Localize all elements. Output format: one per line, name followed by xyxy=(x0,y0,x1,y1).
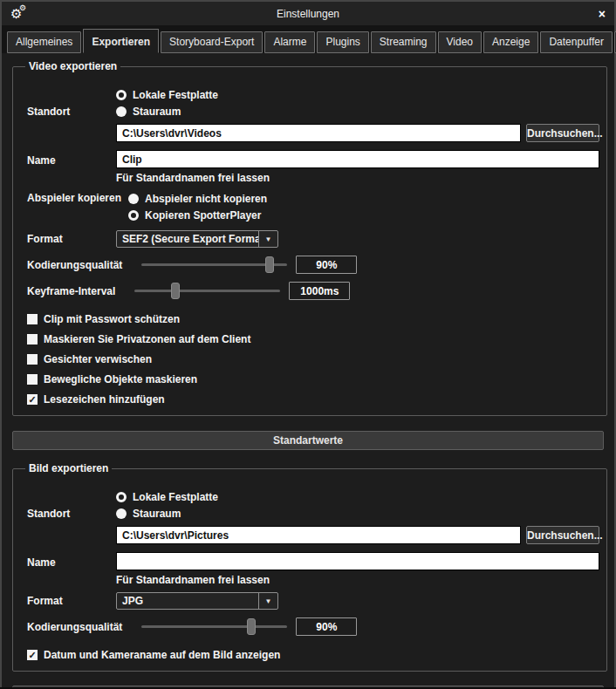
checkbox-lesezeichen[interactable]: ✓ Lesezeichen hinzufügen xyxy=(27,392,599,406)
checkbox-clip-passwort[interactable]: ✓ Clip mit Passwort schützen xyxy=(27,312,599,326)
image-path-input[interactable] xyxy=(116,526,521,544)
checkbox-gesichter-verwischen[interactable]: ✓ Gesichter verwischen xyxy=(27,352,599,366)
checkbox-icon[interactable]: ✓ xyxy=(27,334,38,344)
video-standort-label: Standort xyxy=(27,106,116,119)
tab-datenpuffer[interactable]: Datenpuffer xyxy=(540,31,613,53)
tab-storyboard-export[interactable]: Storyboard-Export xyxy=(161,31,263,53)
chevron-down-icon[interactable]: ▼ xyxy=(258,231,277,247)
radio-kopieren-spotterplayer[interactable]: Kopieren SpotterPlayer xyxy=(128,207,267,223)
image-name-input[interactable] xyxy=(116,552,599,570)
slider-handle[interactable] xyxy=(171,283,180,299)
radio-icon[interactable] xyxy=(128,210,139,221)
settings-gears-icon: ⚙ ⚙ xyxy=(10,7,30,21)
image-quality-value: 90% xyxy=(296,617,357,636)
slider-handle[interactable] xyxy=(265,256,274,273)
slider-track[interactable] xyxy=(141,625,287,628)
image-quality-slider[interactable] xyxy=(141,617,287,636)
keyframe-interval-label: Keyframe-Interval xyxy=(27,285,122,297)
checkbox-icon[interactable]: ✓ xyxy=(27,314,38,324)
video-browse-button[interactable]: Durchsuchen... xyxy=(526,124,599,142)
radio-icon[interactable] xyxy=(128,194,139,204)
tab-anzeige[interactable]: Anzeige xyxy=(483,31,538,53)
image-standort-label: Standort xyxy=(27,508,116,522)
tab-allgemeines[interactable]: Allgemeines xyxy=(7,31,81,53)
window-titlebar: ⚙ ⚙ Einstellungen × xyxy=(2,2,614,25)
image-quality-label: Kodierungsqualität xyxy=(27,621,129,633)
video-defaults-button[interactable]: Standartwerte xyxy=(12,431,604,450)
video-format-select[interactable]: SEF2 (Secure Export Format 2) ▼ xyxy=(116,230,278,248)
checkbox-datum-kameraname[interactable]: ✓ Datum und Kameraname auf dem Bild anze… xyxy=(27,648,599,662)
player-copy-label: Abspieler kopieren xyxy=(27,190,128,204)
slider-handle[interactable] xyxy=(247,618,256,635)
image-format-select[interactable]: JPG ▼ xyxy=(116,592,278,610)
radio-icon[interactable] xyxy=(116,508,127,519)
video-radio-lokale-festplatte[interactable]: Lokale Festplatte xyxy=(116,86,218,103)
tab-plugins[interactable]: Plugins xyxy=(317,31,368,53)
image-radio-lokale-festplatte[interactable]: Lokale Festplatte xyxy=(116,488,218,505)
video-name-hint: Für Standardnamen frei lassen xyxy=(116,168,599,183)
slider-track[interactable] xyxy=(134,290,280,292)
video-format-label: Format xyxy=(27,233,116,245)
gear-small-icon: ⚙ xyxy=(19,3,26,12)
chevron-down-icon[interactable]: ▼ xyxy=(258,593,277,609)
settings-tab-strip: Allgemeines Exportieren Storyboard-Expor… xyxy=(2,25,614,53)
image-defaults-button[interactable]: Standartwerte xyxy=(12,686,604,687)
image-browse-button[interactable]: Durchsuchen... xyxy=(526,526,599,544)
image-name-label: Name xyxy=(27,556,116,570)
tab-video[interactable]: Video xyxy=(438,31,482,53)
image-name-hint: Für Standardnamen frei lassen xyxy=(116,570,599,585)
video-quality-slider[interactable] xyxy=(141,256,287,274)
video-quality-label: Kodierungsqualität xyxy=(27,259,129,271)
tab-streaming[interactable]: Streaming xyxy=(371,31,436,53)
video-name-label: Name xyxy=(27,154,116,168)
keyframe-interval-slider[interactable] xyxy=(134,282,280,300)
video-radio-stauraum[interactable]: Stauraum xyxy=(116,103,218,119)
checkbox-icon[interactable]: ✓ xyxy=(27,650,38,660)
video-name-input[interactable] xyxy=(116,150,599,168)
window-title: Einstellungen xyxy=(30,8,586,20)
checkbox-privatzonen-maskieren[interactable]: ✓ Maskieren Sie Privatzonen auf dem Clie… xyxy=(27,332,599,346)
radio-icon[interactable] xyxy=(116,106,127,117)
tab-alarme[interactable]: Alarme xyxy=(264,31,315,53)
settings-window: ⚙ ⚙ Einstellungen × Allgemeines Exportie… xyxy=(0,0,616,687)
keyframe-interval-value: 1000ms xyxy=(289,282,350,300)
image-export-legend: Bild exportieren xyxy=(25,462,112,474)
image-radio-stauraum[interactable]: Stauraum xyxy=(116,505,218,522)
radio-icon[interactable] xyxy=(116,90,127,100)
radio-abspieler-nicht-kopieren[interactable]: Abspieler nicht kopieren xyxy=(128,190,267,207)
exportieren-tab-panel: Video exportieren Standort Lokale Festpl… xyxy=(2,53,614,687)
image-format-label: Format xyxy=(27,595,116,607)
checkbox-icon[interactable]: ✓ xyxy=(27,354,38,365)
close-icon[interactable]: × xyxy=(586,7,606,21)
checkbox-bewegliche-objekte[interactable]: ✓ Bewegliche Objekte maskieren xyxy=(27,372,599,386)
video-export-legend: Video exportieren xyxy=(25,60,120,72)
tab-exportieren[interactable]: Exportieren xyxy=(83,29,159,53)
radio-icon[interactable] xyxy=(116,492,127,502)
image-export-group: Bild exportieren Standort Lokale Festpla… xyxy=(12,462,607,672)
video-path-input[interactable] xyxy=(116,124,521,142)
video-quality-value: 90% xyxy=(296,256,357,274)
checkbox-icon[interactable]: ✓ xyxy=(27,394,38,405)
video-export-group: Video exportieren Standort Lokale Festpl… xyxy=(12,60,607,416)
checkbox-icon[interactable]: ✓ xyxy=(27,374,38,385)
